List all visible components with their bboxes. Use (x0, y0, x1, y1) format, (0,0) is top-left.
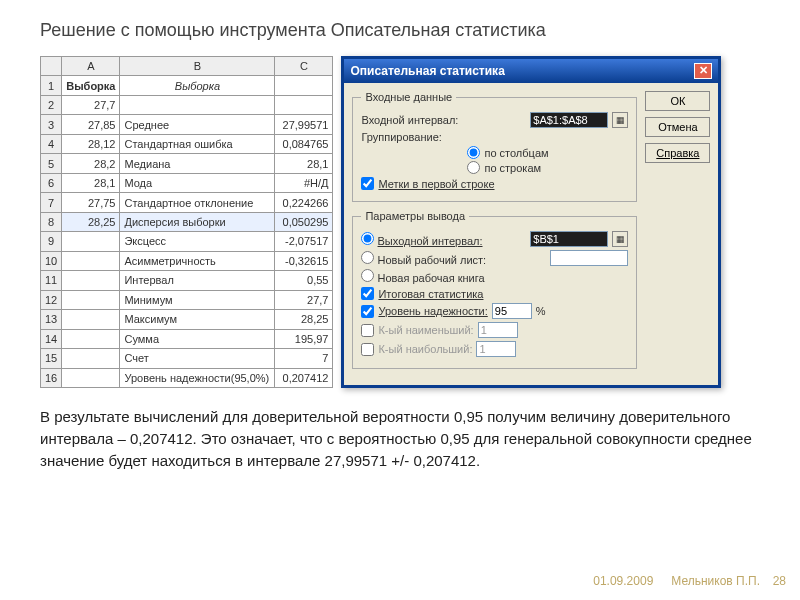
range-picker-icon[interactable]: ▦ (612, 231, 628, 247)
ok-button[interactable]: ОК (645, 91, 710, 111)
cell[interactable] (275, 76, 333, 95)
cell[interactable]: Максимум (120, 310, 275, 329)
cell[interactable]: #Н/Д (275, 173, 333, 192)
row-header[interactable]: 1 (41, 76, 62, 95)
range-picker-icon[interactable]: ▦ (612, 112, 628, 128)
dialog-titlebar[interactable]: Описательная статистика ✕ (344, 59, 718, 83)
row-header[interactable]: 6 (41, 173, 62, 192)
new-sheet-field[interactable] (550, 250, 628, 266)
row-header[interactable]: 10 (41, 251, 62, 270)
cell[interactable]: Медиана (120, 154, 275, 173)
col-header-b[interactable]: B (120, 57, 275, 76)
row-header[interactable]: 8 (41, 212, 62, 231)
cell[interactable]: 27,75 (62, 193, 120, 212)
row-header[interactable]: 4 (41, 134, 62, 153)
labels-first-row-check[interactable]: Метки в первой строке (361, 177, 494, 190)
cell[interactable] (62, 368, 120, 388)
cell[interactable]: Выборка (120, 76, 275, 95)
percent-label: % (536, 305, 546, 317)
dialog-title: Описательная статистика (350, 64, 504, 78)
output-interval-radio[interactable]: Выходной интервал: (361, 232, 526, 247)
cell[interactable]: Среднее (120, 115, 275, 134)
confidence-field[interactable] (492, 303, 532, 319)
cell[interactable] (120, 95, 275, 114)
cell[interactable]: 0,050295 (275, 212, 333, 231)
cell[interactable]: 27,7 (62, 95, 120, 114)
row-header[interactable]: 2 (41, 95, 62, 114)
cell[interactable]: 7 (275, 349, 333, 368)
cell[interactable]: Дисперсия выборки (120, 212, 275, 231)
by-rows-radio[interactable]: по строкам (467, 161, 628, 174)
spreadsheet[interactable]: A B C 1 Выборка Выборка 2 27,7 3 27,85 С… (40, 56, 333, 388)
cell[interactable] (62, 310, 120, 329)
cell[interactable]: 27,7 (275, 290, 333, 309)
by-columns-radio[interactable]: по столбцам (467, 146, 628, 159)
cell[interactable]: 0,084765 (275, 134, 333, 153)
cell[interactable]: 28,2 (62, 154, 120, 173)
cell[interactable]: 28,1 (62, 173, 120, 192)
footer-author: Мельников П.П. (671, 574, 760, 588)
grouping-label: Группирование: (361, 131, 492, 143)
cell[interactable]: Минимум (120, 290, 275, 309)
row-header[interactable]: 13 (41, 310, 62, 329)
cell[interactable]: Уровень надежности(95,0%) (120, 368, 275, 388)
cell[interactable]: -0,32615 (275, 251, 333, 270)
col-header-c[interactable]: C (275, 57, 333, 76)
cell[interactable]: Счет (120, 349, 275, 368)
kth-small-field (478, 322, 518, 338)
cell[interactable]: 0,55 (275, 271, 333, 290)
row-header[interactable]: 16 (41, 368, 62, 388)
corner-cell[interactable] (41, 57, 62, 76)
page-title: Решение с помощью инструмента Описательн… (0, 0, 800, 56)
close-icon[interactable]: ✕ (694, 63, 712, 79)
cell[interactable]: 28,1 (275, 154, 333, 173)
cell[interactable] (62, 290, 120, 309)
cell[interactable]: 28,25 (62, 212, 120, 231)
kth-large-check[interactable]: К-ый наибольший: (361, 343, 472, 356)
summary-check[interactable]: Итоговая статистика (361, 287, 483, 300)
cell[interactable]: -2,07517 (275, 232, 333, 251)
cell[interactable] (62, 271, 120, 290)
cell[interactable]: Стандартная ошибка (120, 134, 275, 153)
kth-small-check[interactable]: К-ый наименьший: (361, 324, 473, 337)
cell[interactable]: Эксцесс (120, 232, 275, 251)
cell[interactable] (62, 329, 120, 348)
new-sheet-radio[interactable]: Новый рабочий лист: (361, 251, 546, 266)
row-header[interactable]: 9 (41, 232, 62, 251)
cell[interactable]: Мода (120, 173, 275, 192)
output-interval-field[interactable] (530, 231, 608, 247)
cell[interactable]: Стандартное отклонение (120, 193, 275, 212)
row-header[interactable]: 3 (41, 115, 62, 134)
footer-date: 01.09.2009 (593, 574, 653, 588)
cell[interactable] (275, 95, 333, 114)
cell[interactable]: Выборка (62, 76, 120, 95)
col-header-a[interactable]: A (62, 57, 120, 76)
cell[interactable]: 28,12 (62, 134, 120, 153)
descriptive-stats-dialog: Описательная статистика ✕ Входные данные… (341, 56, 721, 388)
cell[interactable]: 27,99571 (275, 115, 333, 134)
cell[interactable]: 28,25 (275, 310, 333, 329)
cell[interactable] (62, 232, 120, 251)
cell[interactable]: 27,85 (62, 115, 120, 134)
input-group: Входные данные Входной интервал: ▦ Групп… (352, 91, 637, 202)
page-number: 28 (773, 574, 786, 588)
row-header[interactable]: 15 (41, 349, 62, 368)
cell[interactable]: Асимметричность (120, 251, 275, 270)
row-header[interactable]: 12 (41, 290, 62, 309)
cell[interactable]: 0,207412 (275, 368, 333, 388)
cell[interactable]: 195,97 (275, 329, 333, 348)
new-book-radio[interactable]: Новая рабочая книга (361, 269, 628, 284)
cell[interactable]: 0,224266 (275, 193, 333, 212)
cancel-button[interactable]: Отмена (645, 117, 710, 137)
row-header[interactable]: 7 (41, 193, 62, 212)
row-header[interactable]: 11 (41, 271, 62, 290)
row-header[interactable]: 14 (41, 329, 62, 348)
cell[interactable] (62, 251, 120, 270)
cell[interactable] (62, 349, 120, 368)
cell[interactable]: Сумма (120, 329, 275, 348)
row-header[interactable]: 5 (41, 154, 62, 173)
confidence-check[interactable]: Уровень надежности: (361, 305, 487, 318)
input-interval-field[interactable] (530, 112, 608, 128)
cell[interactable]: Интервал (120, 271, 275, 290)
help-button[interactable]: Справка (645, 143, 710, 163)
